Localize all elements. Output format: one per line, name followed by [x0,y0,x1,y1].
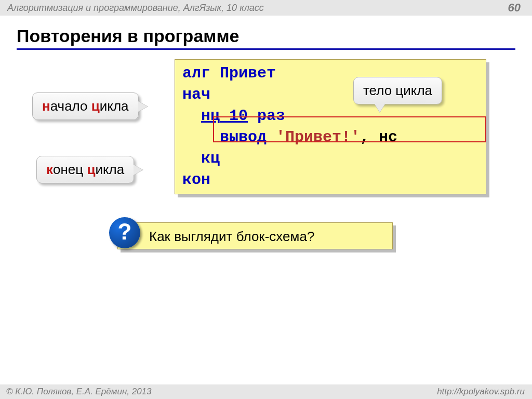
kw-kon: кон [182,171,210,189]
callout-loop-start-hl1: н [42,98,50,114]
kw-raz: раз [248,107,285,125]
callout-tail-icon [138,101,148,112]
callout-loop-end-post: икла [95,162,124,177]
footer-right: http://kpolyakov.spb.ru [437,384,525,399]
callout-loop-start-hl2: ц [91,98,100,114]
string-literal: 'Привет!' [276,128,360,146]
callout-loop-body: тело цикла [353,77,442,104]
kw-alg: алг [182,64,210,82]
footer-left: © К.Ю. Поляков, Е.А. Ерёмин, 2013 [6,384,152,399]
page-number: 60 [508,1,521,15]
callout-loop-end: конец цикла [36,156,134,183]
code-rest: , нс [360,128,397,146]
callout-loop-start-post: икла [100,98,129,114]
kw-nach: нач [182,86,210,103]
callout-loop-start-mid: ачало [50,98,91,114]
alg-name: Привет [210,64,276,82]
breadcrumb: Алгоритмизация и программирование, АлгЯз… [0,0,532,16]
kw-kc: кц [201,150,220,167]
question-text: Как выглядит блок-схема? [149,229,314,244]
callout-loop-end-hl2: ц [87,162,95,177]
kw-nc: нц [201,107,220,125]
callout-tail-icon [134,165,143,175]
callout-loop-body-text: тело цикла [363,83,432,98]
callout-loop-end-hl1: к [46,162,53,177]
callout-loop-end-mid: онец [53,162,87,177]
loop-count: 10 [220,107,248,125]
question-box: Как выглядит блок-схема? [117,222,393,249]
page-title: Повторения в программе [17,26,515,50]
callout-tail-icon [375,104,385,112]
question-mark-icon: ? [109,217,140,248]
callout-loop-start: начало цикла [32,92,139,120]
footer: © К.Ю. Поляков, Е.А. Ерёмин, 2013 http:/… [0,384,532,399]
kw-vyvod: вывод [220,128,276,146]
slide: Алгоритмизация и программирование, АлгЯз… [0,0,532,399]
